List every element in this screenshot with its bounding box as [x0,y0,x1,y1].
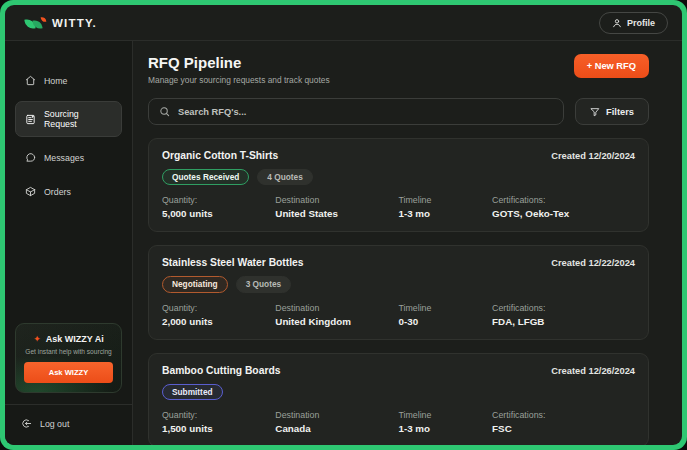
sidebar-item-label: Orders [44,187,71,197]
sidebar-item-label: Home [44,76,67,86]
package-icon [25,186,36,197]
search-input[interactable] [178,107,553,117]
field-certifications: Certifications: GOTS, Oeko-Tex [492,195,635,219]
app-window-frame: WITTY. Profile Home Sourcing Request [0,0,687,450]
field-timeline: Timeline 0-30 [398,303,492,327]
user-icon [612,18,622,28]
rfq-title: Organic Cotton T-Shirts [162,150,278,161]
profile-button-label: Profile [627,18,655,28]
sidebar-divider [5,404,132,405]
sidebar-item-orders[interactable]: Orders [15,178,122,205]
status-badge: Quotes Received [162,169,249,185]
rfq-card[interactable]: Bamboo Cutting Boards Created 12/26/2024… [148,353,649,445]
sparkle-icon: ✦ [33,334,41,344]
sidebar: Home Sourcing Request Messages Orders [5,41,133,445]
logout-icon [21,418,32,429]
search-box[interactable] [148,98,564,125]
sidebar-item-label: Messages [44,153,84,163]
wizzy-card-title: Ask WIZZY Ai [46,334,104,344]
logout-label: Log out [40,419,69,429]
field-certifications: Certifications: FSC [492,410,635,434]
rfq-created-date: Created 12/26/2024 [551,366,635,376]
page-subtitle: Manage your sourcing requests and track … [148,75,330,85]
field-quantity: Quantity: 1,500 units [162,410,275,434]
status-badge: Submitted [162,384,223,400]
quotes-count-badge: 3 Quotes [236,276,292,292]
profile-button[interactable]: Profile [599,12,668,34]
top-bar: WITTY. Profile [5,5,682,41]
page-title: RFQ Pipeline [148,54,330,71]
rfq-title: Bamboo Cutting Boards [162,365,280,376]
rfq-card[interactable]: Organic Cotton T-Shirts Created 12/20/20… [148,138,649,232]
wizzy-ai-card: ✦ Ask WIZZY Ai Get instant help with sou… [15,323,122,393]
filters-button-label: Filters [606,107,634,117]
field-quantity: Quantity: 5,000 units [162,195,275,219]
brand-name: WITTY. [52,17,97,29]
brand-logo: WITTY. [25,16,97,30]
rfq-created-date: Created 12/22/2024 [551,258,635,268]
app-window: WITTY. Profile Home Sourcing Request [5,5,682,445]
rfq-title: Stainless Steel Water Bottles [162,257,304,268]
sidebar-item-label: Sourcing Request [44,109,112,129]
main-content: RFQ Pipeline Manage your sourcing reques… [133,41,682,445]
sidebar-item-sourcing-request[interactable]: Sourcing Request [15,101,122,137]
field-destination: Destination Canada [275,410,398,434]
sidebar-item-messages[interactable]: Messages [15,144,122,171]
new-rfq-button[interactable]: + New RFQ [574,54,649,78]
field-destination: Destination United States [275,195,398,219]
field-destination: Destination United Kingdom [275,303,398,327]
field-timeline: Timeline 1-3 mo [398,410,492,434]
search-icon [159,106,170,117]
page-header: RFQ Pipeline Manage your sourcing reques… [148,54,649,85]
field-certifications: Certifications: FDA, LFGB [492,303,635,327]
quotes-count-badge: 4 Quotes [257,169,313,185]
witty-leaf-icon [25,16,47,30]
rfq-created-date: Created 12/20/2024 [551,151,635,161]
wizzy-card-subtitle: Get instant help with sourcing [24,348,113,355]
toolbar: Filters [148,98,649,125]
chat-icon [25,152,36,163]
status-badge: Negotiating [162,276,228,292]
document-edit-icon [25,114,36,125]
field-quantity: Quantity: 2,000 units [162,303,275,327]
filters-button[interactable]: Filters [575,98,649,125]
ask-wizzy-button[interactable]: Ask WIZZY [24,362,113,383]
home-icon [25,75,36,86]
rfq-card[interactable]: Stainless Steel Water Bottles Created 12… [148,245,649,339]
field-timeline: Timeline 1-3 mo [398,195,492,219]
rfq-card-list: Organic Cotton T-Shirts Created 12/20/20… [148,138,649,445]
filter-funnel-icon [590,107,600,117]
logout-button[interactable]: Log out [15,414,122,433]
app-body: Home Sourcing Request Messages Orders [5,41,682,445]
sidebar-item-home[interactable]: Home [15,67,122,94]
